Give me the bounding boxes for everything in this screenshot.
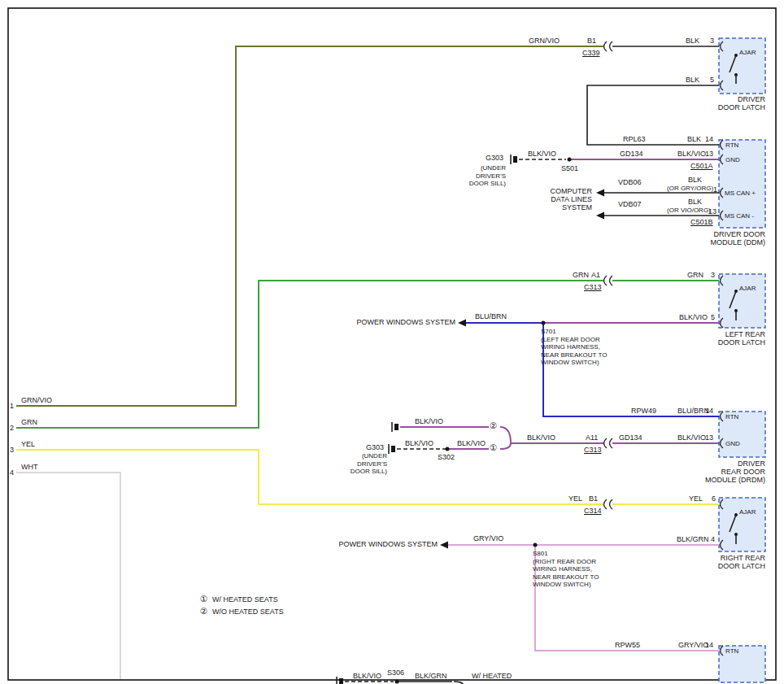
system-label-line: SYSTEM [525, 203, 592, 211]
ajar-label: AJAR [739, 508, 756, 516]
splice-dot-s306 [395, 680, 399, 684]
connector-c313-a11-arcs [604, 438, 613, 448]
wire-color-label: BLK [686, 37, 699, 45]
wire-color-label: BLK [687, 135, 701, 143]
splice-dot-s801 [534, 543, 538, 547]
component-title-line: MODULE (DDM) [665, 238, 765, 246]
connector-link-c313[interactable]: C313 [584, 283, 602, 291]
pin-number: 14 [705, 407, 713, 415]
connector-pin-label: B1 [589, 494, 598, 503]
circuit-label: VDB07 [618, 200, 642, 208]
note-1-text: W/ HEATED SEATS [212, 595, 278, 603]
wire-wht [16, 473, 120, 679]
component-title-line: LEFT REAR [682, 330, 765, 338]
component-title-left-rear-latch: LEFT REAR DOOR LATCH [682, 330, 765, 346]
right-rear-door-latch-box [719, 498, 765, 551]
component-title-line: DRIVER [682, 95, 765, 103]
arrow-computer-data-lines-1 [596, 190, 604, 197]
input-3-wire-color: YEL [21, 440, 35, 448]
pin-label-rtn: RTN [725, 413, 738, 421]
ground-location-line: DOOR SILL) [439, 180, 506, 188]
wiring-diagram-canvas [0, 0, 784, 684]
ground-location-note: (UNDER DRIVER'S DOOR SILL) [439, 164, 506, 188]
connector-link-c501b[interactable]: C501B [690, 218, 713, 226]
wire-color-label: BLK/GRN [415, 672, 447, 680]
wire-color-label: BLK/VIO [353, 672, 381, 680]
wire-merge-bottom [500, 443, 511, 449]
pin-label-rtn: RTN [725, 647, 738, 656]
splice-id-label: S701 [541, 328, 607, 336]
connector-c313-arcs [604, 276, 613, 285]
wire-color-label: BLK/VIO [527, 433, 555, 442]
pin-number: 5 [711, 313, 715, 321]
pin-number: 1 [713, 185, 717, 194]
circuit-label: GD134 [619, 433, 642, 442]
input-3-number: 3 [10, 446, 14, 454]
splice-note-s801: S801 (RIGHT REAR DOOR WIRING HARNESS, NE… [533, 550, 599, 589]
pin-number: 6 [712, 494, 716, 503]
note-2-text: W/O HEATED SEATS [212, 608, 284, 616]
connector-pin-label: A1 [591, 271, 600, 279]
wire-color-label: BLK/VIO [677, 150, 706, 158]
wire-color-label: GRN [687, 271, 703, 279]
circuit-label: RPW55 [615, 641, 640, 649]
power-windows-system-label: POWER WINDOWS SYSTEM [330, 540, 438, 548]
system-label-line: POWER WINDOWS SYSTEM [348, 318, 455, 326]
wire-color-label: BLK/VIO [677, 433, 706, 442]
pin-label-ms-can-minus: MS CAN - [725, 212, 754, 220]
connector-link-c501a[interactable]: C501A [690, 162, 713, 170]
wire-color-label: BLK/VIO [415, 417, 443, 425]
splice-note-line: WINDOW SWITCH) [541, 359, 607, 367]
pin-number: 3 [711, 271, 715, 279]
wire-color-label: BLK [688, 198, 702, 206]
ajar-label: AJAR [739, 49, 756, 57]
component-title-line: REAR DOOR [665, 468, 765, 476]
pin-number: 13 [705, 433, 713, 442]
pin-label-gnd: GND [725, 156, 740, 164]
wire-color-label: BLK/VIO [405, 439, 433, 447]
splice-note-line: WIRING HARNESS, [541, 343, 607, 351]
ground-location-line: (UNDER [439, 164, 506, 172]
component-title-right-rear-latch: RIGHT REAR DOOR LATCH [682, 554, 765, 570]
wire-color-alt-label: (OR VIO/ORG) [667, 207, 711, 215]
component-title-ddm: DRIVER DOOR MODULE (DDM) [665, 230, 765, 246]
pin-number: 5 [710, 76, 714, 84]
ground-heated-top-icon [392, 422, 399, 432]
pin-number: 13 [705, 150, 713, 158]
component-title-line: DRIVER [665, 460, 765, 468]
pin-number: 14 [705, 135, 713, 143]
system-label-line: POWER WINDOWS SYSTEM [330, 540, 438, 548]
ground-g303-drdm-icon [389, 444, 395, 454]
splice-dot-s302 [446, 447, 450, 451]
driver-door-latch-box [719, 38, 765, 94]
pin-label-ms-can-plus: MS CAN + [725, 190, 756, 198]
splice-note-line: (LEFT REAR DOOR [541, 336, 607, 344]
circuit-label: VDB06 [618, 178, 642, 186]
option-marker-1: ① [490, 443, 497, 452]
ground-g303-ddm-icon [511, 155, 517, 164]
wire-color-label: GRY/VIO [473, 534, 503, 542]
ajar-label: AJAR [739, 285, 756, 293]
wire-color-label: YEL [689, 494, 703, 503]
wire-color-label: YEL [568, 494, 582, 503]
connector-link-c339[interactable]: C339 [582, 49, 600, 57]
splice-note-line: WINDOW SWITCH) [533, 581, 599, 589]
wire-color-label: GRY/VIO [678, 641, 708, 649]
pin-number: 4 [711, 535, 715, 543]
component-title-line: DOOR LATCH [682, 338, 765, 346]
note-2-marker: ② [200, 607, 207, 616]
wire-color-label: GRN [573, 271, 589, 279]
pin-label-gnd: GND [725, 440, 740, 448]
splice-dot-s501 [568, 158, 572, 162]
wire-color-label: BLK/VIO [679, 313, 708, 321]
connector-link-c314[interactable]: C314 [584, 507, 602, 515]
circuit-label: GD134 [620, 150, 643, 158]
wire-yel [16, 450, 603, 504]
splice-dot-s701 [542, 321, 546, 325]
ground-location-line: (UNDER [319, 452, 387, 460]
computer-data-lines-label: COMPUTER DATA LINES SYSTEM [525, 187, 592, 211]
wire-color-label: BLK [688, 176, 702, 184]
component-title-line: DRIVER DOOR [665, 230, 765, 238]
splice-id-label: S501 [561, 164, 578, 172]
connector-link-c313-a11[interactable]: C313 [584, 446, 602, 454]
